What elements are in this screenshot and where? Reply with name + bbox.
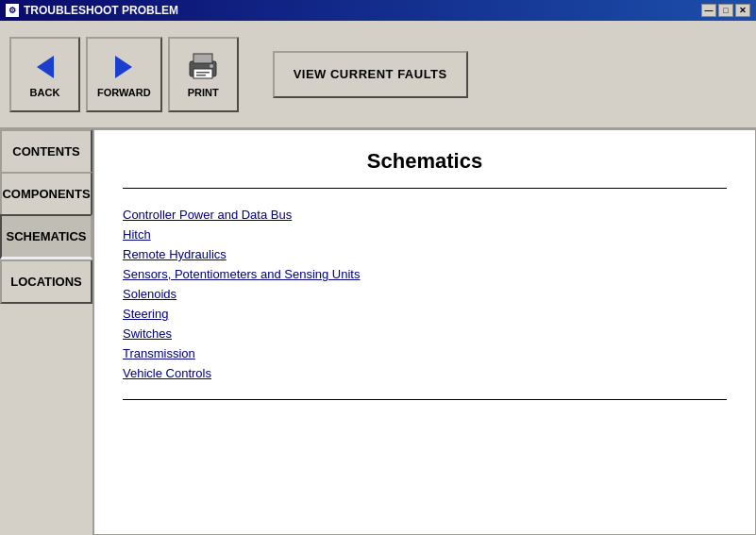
list-item: Switches bbox=[123, 326, 727, 341]
sidebar-item-locations[interactable]: LOCATIONS bbox=[0, 259, 92, 304]
svg-point-5 bbox=[210, 64, 213, 68]
forward-button[interactable]: FORWARD bbox=[86, 37, 162, 112]
title-text: TROUBLESHOOT PROBLEM bbox=[24, 4, 178, 17]
bottom-rule bbox=[123, 399, 727, 400]
svg-rect-3 bbox=[196, 72, 210, 74]
view-faults-button[interactable]: VIEW CURRENT FAULTS bbox=[273, 51, 468, 98]
back-button[interactable]: BACK bbox=[9, 37, 80, 112]
list-item: Vehicle Controls bbox=[123, 366, 727, 380]
sidebar-item-contents[interactable]: CONTENTS bbox=[0, 129, 92, 172]
schematic-link[interactable]: Hitch bbox=[123, 227, 151, 242]
forward-label: FORWARD bbox=[97, 87, 151, 98]
links-list: Controller Power and Data BusHitchRemote… bbox=[123, 208, 727, 380]
list-item: Hitch bbox=[123, 227, 727, 242]
svg-rect-4 bbox=[196, 75, 206, 76]
schematic-link[interactable]: Switches bbox=[123, 326, 172, 341]
title-bar-left: ⚙ TROUBLESHOOT PROBLEM bbox=[6, 4, 178, 17]
list-item: Steering bbox=[123, 307, 727, 321]
list-item: Controller Power and Data Bus bbox=[123, 208, 727, 222]
sidebar-item-schematics[interactable]: SCHEMATICS bbox=[0, 214, 92, 259]
forward-icon bbox=[105, 50, 143, 83]
sidebar-schematics-label: SCHEMATICS bbox=[7, 229, 87, 243]
content-area: Schematics Controller Power and Data Bus… bbox=[93, 129, 756, 535]
title-controls[interactable]: — □ ✕ bbox=[701, 4, 750, 17]
schematic-link[interactable]: Transmission bbox=[123, 346, 195, 360]
schematic-link[interactable]: Steering bbox=[123, 307, 168, 321]
toolbar: BACK FORWARD PRINT VIEW CURRENT FAULTS bbox=[0, 21, 756, 129]
print-icon bbox=[184, 50, 222, 83]
list-item: Remote Hydraulics bbox=[123, 247, 727, 261]
schematic-link[interactable]: Controller Power and Data Bus bbox=[123, 208, 292, 222]
list-item: Transmission bbox=[123, 346, 727, 360]
svg-rect-2 bbox=[193, 69, 212, 78]
schematic-link[interactable]: Solenoids bbox=[123, 287, 176, 301]
schematic-link[interactable]: Vehicle Controls bbox=[123, 366, 211, 380]
back-icon bbox=[26, 50, 64, 83]
schematic-link[interactable]: Remote Hydraulics bbox=[123, 247, 227, 261]
list-item: Sensors, Potentiometers and Sensing Unit… bbox=[123, 267, 727, 281]
sidebar-locations-label: LOCATIONS bbox=[10, 275, 82, 289]
sidebar-contents-label: CONTENTS bbox=[12, 144, 80, 159]
page-title: Schematics bbox=[123, 149, 727, 189]
minimize-button[interactable]: — bbox=[701, 4, 716, 17]
view-faults-label: VIEW CURRENT FAULTS bbox=[294, 67, 447, 81]
print-button[interactable]: PRINT bbox=[168, 37, 239, 112]
main-layout: CONTENTS COMPONENTS SCHEMATICS LOCATIONS… bbox=[0, 129, 756, 535]
list-item: Solenoids bbox=[123, 287, 727, 301]
close-button[interactable]: ✕ bbox=[735, 4, 750, 17]
maximize-button[interactable]: □ bbox=[718, 4, 733, 17]
svg-rect-1 bbox=[193, 54, 212, 63]
app-icon: ⚙ bbox=[6, 4, 19, 17]
back-label: BACK bbox=[30, 87, 60, 98]
title-bar: ⚙ TROUBLESHOOT PROBLEM — □ ✕ bbox=[0, 0, 756, 21]
print-label: PRINT bbox=[188, 87, 219, 98]
sidebar: CONTENTS COMPONENTS SCHEMATICS LOCATIONS bbox=[0, 129, 93, 535]
sidebar-item-components[interactable]: COMPONENTS bbox=[0, 172, 92, 214]
sidebar-components-label: COMPONENTS bbox=[2, 187, 90, 201]
schematic-link[interactable]: Sensors, Potentiometers and Sensing Unit… bbox=[123, 267, 360, 281]
content-inner[interactable]: Schematics Controller Power and Data Bus… bbox=[94, 130, 755, 534]
